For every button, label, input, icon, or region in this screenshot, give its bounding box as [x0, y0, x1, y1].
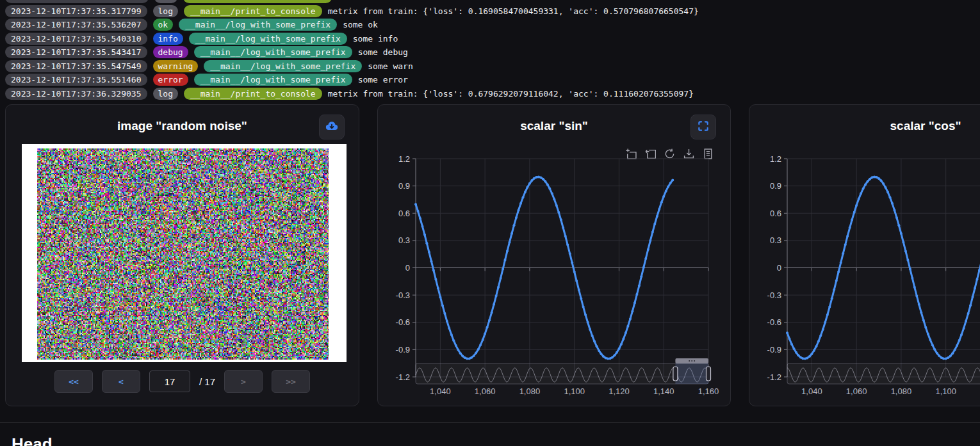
- y-tick-label: 0: [405, 263, 410, 273]
- x-tick-label: 1,060: [846, 386, 867, 396]
- timestamp-pill: 2023-12-10T17:37:35.551460: [5, 74, 147, 86]
- y-tick-label: -0.3: [396, 291, 410, 300]
- x-tick-label: 1,100: [935, 386, 956, 396]
- level-badge: error: [153, 74, 188, 86]
- level-badge: log: [153, 88, 178, 100]
- log-message: some ok: [343, 20, 378, 29]
- log-row: 2023-12-10T17:37:35.547549warning__main_…: [5, 60, 699, 72]
- datazoom-handle[interactable]: [706, 367, 711, 381]
- image-card-title: image "random noise": [6, 119, 359, 133]
- level-badge: log: [153, 5, 178, 17]
- y-tick-label: 0.3: [770, 235, 781, 245]
- y-tick-label: 1.2: [770, 155, 781, 164]
- timestamp-pill: 2023-12-10T17:37:36.329035: [5, 88, 147, 100]
- image-card: image "random noise" << < / 17 > >>: [5, 104, 359, 406]
- log-message: some warn: [368, 61, 412, 71]
- level-badge: warning: [153, 60, 199, 72]
- log-row: 2023-12-10T17:37:35.551460error__main__/…: [5, 74, 699, 86]
- y-tick-label: 0.9: [398, 181, 410, 191]
- page-total-label: / 17: [199, 376, 215, 387]
- y-tick-label: 0.9: [770, 181, 781, 191]
- y-tick-label: -1.2: [767, 372, 781, 382]
- source-pill: __main__/log_with_some_prefix: [189, 33, 347, 45]
- x-tick-label: 1,040: [430, 386, 451, 396]
- x-tick-label: 1,080: [519, 386, 541, 396]
- y-tick-label: 0.3: [398, 235, 410, 245]
- cos-chart-card: scalar "cos" 1.20.90.60.30-0.3-0.6-0.9-1…: [749, 104, 980, 406]
- sin-card-title: scalar "sin": [378, 119, 730, 133]
- level-badge: info: [153, 33, 183, 45]
- x-tick-label: 1,060: [475, 386, 496, 396]
- last-page-button[interactable]: >>: [272, 370, 310, 393]
- page-number-input[interactable]: [149, 370, 190, 392]
- section-divider: [0, 422, 980, 423]
- datazoom-window[interactable]: [675, 363, 708, 384]
- x-tick-label: 1,040: [801, 386, 822, 396]
- source-pill: __main__/log_with_some_prefix: [179, 19, 337, 31]
- datazoom-slider[interactable]: [416, 363, 708, 384]
- log-message: some debug: [358, 47, 408, 57]
- cards-row: image "random noise" << < / 17 > >> scal…: [5, 104, 980, 406]
- y-tick-label: 0.6: [770, 209, 781, 218]
- prev-page-button[interactable]: <: [102, 370, 140, 393]
- y-tick-label: 0.6: [398, 209, 410, 218]
- source-pill: [183, 0, 332, 3]
- source-pill: __main__/print_to_console: [184, 88, 322, 100]
- y-tick-label: -0.3: [767, 291, 781, 300]
- timestamp-pill: 2023-12-10T17:37:35.547549: [5, 60, 147, 72]
- image-download-button[interactable]: [319, 115, 345, 139]
- source-pill: __main__/log_with_some_prefix: [194, 46, 352, 58]
- cos-chart: 1.20.90.60.30-0.3-0.6-0.9-1.21,0401,0601…: [749, 155, 980, 406]
- y-tick-label: -0.9: [767, 345, 781, 354]
- x-tick-label: 1,140: [653, 386, 674, 396]
- cloud-download-icon: [325, 119, 339, 136]
- source-pill: __main__/print_to_console: [184, 5, 322, 17]
- y-tick-label: -1.2: [396, 372, 410, 382]
- y-tick-label: -0.6: [767, 317, 781, 327]
- log-message: some info: [353, 34, 398, 44]
- next-page-button[interactable]: >: [224, 370, 263, 393]
- level-badge: ok: [153, 19, 174, 31]
- datazoom-handle[interactable]: [673, 367, 678, 381]
- log-row: 2023-12-10T17:37:35.540310info__main__/l…: [5, 33, 699, 45]
- y-tick-label: -0.6: [396, 317, 410, 327]
- sin-fullscreen-button[interactable]: [690, 115, 716, 139]
- y-tick-label: 1.2: [398, 155, 410, 164]
- timestamp-pill: 2023-12-10T17:37:35.317799: [5, 5, 147, 17]
- sin-chart-card: scalar "sin" 1.20.90.60.30-0.3-0.6-0.9-1…: [377, 104, 731, 406]
- timestamp-pill: [5, 0, 149, 3]
- datazoom-slider[interactable]: [787, 363, 980, 384]
- timestamp-pill: 2023-12-10T17:37:35.536207: [5, 19, 147, 31]
- log-row: 2023-12-10T17:37:36.329035log__main__/pr…: [5, 88, 699, 100]
- log-message: some error: [358, 75, 408, 84]
- level-badge: [154, 0, 177, 3]
- sin-chart: 1.20.90.60.30-0.3-0.6-0.9-1.21,0401,0601…: [378, 155, 727, 406]
- log-message: metrix from train: {'loss': 0.6796292079…: [328, 89, 694, 99]
- cos-card-title: scalar "cos": [749, 119, 980, 133]
- y-tick-label: -0.9: [396, 345, 410, 354]
- timestamp-pill: 2023-12-10T17:37:35.543417: [5, 46, 147, 58]
- random-noise-image: [37, 148, 329, 360]
- x-tick-label: 1,120: [608, 386, 630, 396]
- x-tick-label: 1,100: [564, 386, 585, 396]
- log-row: 2023-12-10T17:37:35.317799log__main__/pr…: [5, 5, 699, 17]
- x-tick-label: 1,160: [698, 386, 719, 396]
- log-list: 2023-12-10T17:37:35.317799log__main__/pr…: [5, 0, 699, 101]
- noise-figure: [22, 144, 347, 362]
- fullscreen-icon: [697, 120, 710, 135]
- timestamp-pill: 2023-12-10T17:37:35.540310: [5, 33, 147, 45]
- log-row: 2023-12-10T17:37:35.536207ok__main__/log…: [5, 19, 699, 31]
- footer-heading: Head: [12, 434, 53, 446]
- source-pill: __main__/log_with_some_prefix: [204, 60, 362, 72]
- level-badge: debug: [153, 46, 188, 58]
- first-page-button[interactable]: <<: [54, 370, 93, 393]
- x-tick-label: 1,080: [891, 386, 912, 396]
- log-message: metrix from train: {'loss': 0.1690584700…: [328, 6, 699, 16]
- y-tick-label: 0: [777, 263, 781, 273]
- log-row: 2023-12-10T17:37:35.543417debug__main__/…: [5, 46, 699, 58]
- log-row-partial: [5, 0, 699, 3]
- source-pill: __main__/log_with_some_prefix: [194, 74, 352, 86]
- image-pagination: << < / 17 > >>: [6, 370, 359, 393]
